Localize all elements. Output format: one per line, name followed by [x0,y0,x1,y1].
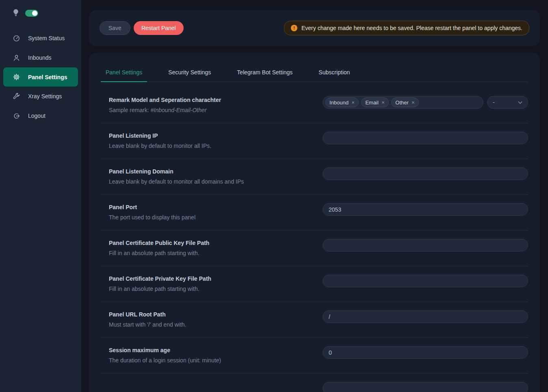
form-row-panel-listening-ip: Panel Listening IP Leave blank by defaul… [101,123,528,159]
sidebar-item-label: Inbounds [28,54,52,61]
row-title: Remark Model and Seperation charachter [109,97,323,103]
form-row-remark-model: Remark Model and Seperation charachter S… [101,82,528,123]
restart-panel-button[interactable]: Restart Panel [134,21,184,35]
row-control [323,310,528,323]
toggle-knob [32,11,37,16]
row-subtitle: The port used to display this panel [109,214,323,221]
tag-label: Email [365,100,379,106]
sidebar-item-inbounds[interactable]: Inbounds [0,48,81,67]
row-label: Panel Certificate Public Key File Path F… [101,239,323,256]
sidebar: System Status Inbounds Panel Settings [0,0,81,392]
form-row-clipped [101,374,528,392]
row-title: Panel Certificate Public Key File Path [109,240,323,246]
tab-telegram-bot-settings[interactable]: Telegram Bot Settings [232,69,297,82]
wrench-icon [13,93,20,100]
theme-toggle[interactable] [25,10,38,17]
main-content: Save Restart Panel ! Every change made h… [81,0,548,392]
row-label: Remark Model and Seperation charachter S… [101,96,323,113]
tag: Email✕ [361,97,389,107]
theme-toggle-row [0,7,81,23]
cert-private-key-input[interactable] [323,275,528,287]
row-subtitle: Sample remark: #Inbound-Email-Other [109,107,323,113]
url-root-path-input[interactable] [323,310,528,323]
row-title: Panel Listening IP [109,132,323,139]
dashboard-icon [13,35,20,42]
gear-icon [13,74,20,80]
sidebar-item-logout[interactable]: Logout [0,106,81,126]
row-control [323,203,528,216]
row-control [323,346,528,359]
row-control: Inbound✕ Email✕ Other✕ - [323,96,528,109]
row-label [101,382,323,386]
sidebar-item-system-status[interactable]: System Status [0,28,81,48]
sidebar-item-label: Logout [28,113,45,119]
toolbar-card: Save Restart Panel ! Every change made h… [89,10,540,46]
remark-tags-input[interactable]: Inbound✕ Email✕ Other✕ [323,96,483,109]
chevron-down-icon [518,101,522,104]
tag-label: Inbound [329,100,349,106]
row-label: Session maximum age The duration of a lo… [101,346,323,364]
form-row-cert-public-key: Panel Certificate Public Key File Path F… [101,231,528,266]
row-title: Panel Listening Domain [109,168,323,175]
row-label: Panel Listening IP Leave blank by defaul… [101,132,323,149]
select-value: - [493,99,495,106]
logout-icon [13,113,20,119]
row-title: Session maximum age [109,347,323,353]
sidebar-item-label: System Status [28,35,65,41]
row-subtitle: Leave blank by default to monitor all do… [109,178,323,185]
row-title: Panel Certificate Private Key File Path [109,275,323,282]
tab-bar: Panel Settings Security Settings Telegra… [101,53,528,82]
panel-listening-domain-input[interactable] [323,167,528,180]
row-subtitle: Leave blank by default to monitor all IP… [109,143,323,149]
tab-panel-settings[interactable]: Panel Settings [101,69,147,82]
form-row-cert-private-key: Panel Certificate Private Key File Path … [101,266,528,302]
settings-card: Panel Settings Security Settings Telegra… [89,53,540,392]
remove-tag-icon[interactable]: ✕ [412,100,415,105]
form-row-panel-listening-domain: Panel Listening Domain Leave blank by de… [101,159,528,195]
remove-tag-icon[interactable]: ✕ [381,100,385,105]
warning-icon: ! [291,25,297,31]
session-max-age-input[interactable] [323,346,528,359]
row-subtitle: Fill in an absolute path starting with. [109,286,323,292]
row-label: Panel Port The port used to display this… [101,203,323,221]
save-button[interactable]: Save [100,21,130,35]
row-control [323,167,528,180]
row-label: Panel Certificate Private Key File Path … [101,275,323,292]
row-subtitle: Must start with '/' and end with. [109,321,323,328]
lightbulb-icon [12,9,19,17]
sidebar-item-label: Xray Settings [28,93,62,100]
row-control [323,239,528,251]
tag: Inbound✕ [325,97,359,107]
subtitle-prefix: Sample remark: [109,107,151,113]
sidebar-item-xray-settings[interactable]: Xray Settings [0,87,81,106]
panel-listening-ip-input[interactable] [323,132,528,144]
row-title: Panel Port [109,204,323,210]
user-icon [13,54,20,61]
form-row-url-root-path: Panel URL Root Path Must start with '/' … [101,302,528,338]
row-label: Panel Listening Domain Leave blank by de… [101,167,323,185]
panel-port-input[interactable] [323,203,528,216]
sidebar-item-panel-settings[interactable]: Panel Settings [3,67,78,87]
sidebar-item-label: Panel Settings [28,74,67,80]
row-subtitle: Fill in an absolute path starting with. [109,250,323,256]
tab-subscription[interactable]: Subscription [314,69,355,82]
row-title: Panel URL Root Path [109,311,323,318]
tag-label: Other [395,100,409,106]
form-row-session-max-age: Session maximum age The duration of a lo… [101,338,528,374]
row-control [323,132,528,144]
tag: Other✕ [391,97,419,107]
form-row-panel-port: Panel Port The port used to display this… [101,195,528,231]
row-subtitle: The duration of a login session (unit: m… [109,357,323,364]
tab-security-settings[interactable]: Security Settings [163,69,216,82]
sidebar-nav: System Status Inbounds Panel Settings [0,23,81,126]
warning-alert: ! Every change made here needs to be sav… [284,21,529,35]
subtitle-sample: #Inbound-Email-Other [151,107,207,113]
cert-public-key-input[interactable] [323,239,528,251]
remove-tag-icon[interactable]: ✕ [351,100,355,105]
row-label: Panel URL Root Path Must start with '/' … [101,310,323,328]
alert-text: Every change made here needs to be saved… [301,25,522,31]
separator-select[interactable]: - [487,96,528,109]
row-control [323,382,528,392]
clipped-input[interactable] [323,382,528,392]
row-control [323,275,528,287]
